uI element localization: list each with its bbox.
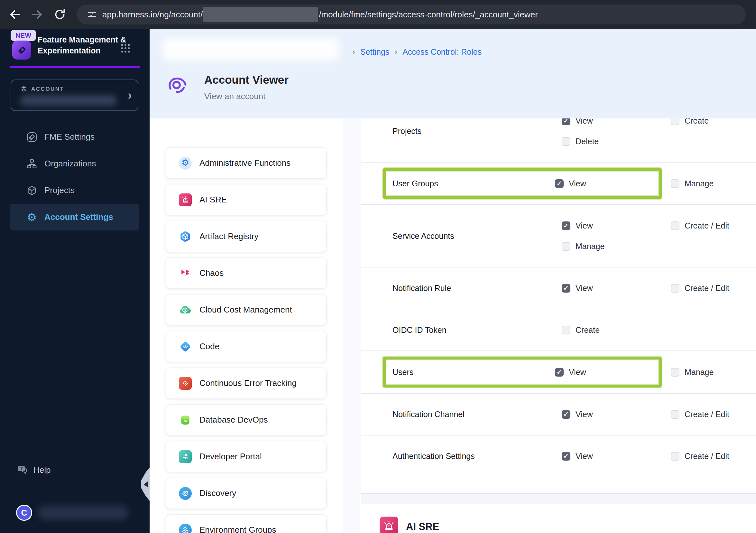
checkbox-unchecked-icon[interactable]: [562, 137, 570, 146]
checkbox-unchecked-icon[interactable]: [671, 410, 679, 419]
fme-logo-icon[interactable]: [12, 41, 31, 60]
checkbox-checked-icon[interactable]: [562, 284, 570, 293]
module-label: Chaos: [200, 268, 224, 278]
permission-row-notification-channel: Notification ChannelViewCreate / Edit: [361, 394, 756, 435]
checkbox-unchecked-icon[interactable]: [671, 452, 679, 461]
permission-row-user-groups: User GroupsViewManage: [361, 162, 756, 205]
permission-option[interactable]: View: [555, 366, 664, 378]
permission-option[interactable]: Create / Edit: [671, 282, 729, 294]
checkbox-checked-icon[interactable]: [562, 410, 570, 419]
checkbox-checked-icon[interactable]: [562, 452, 570, 461]
permission-option[interactable]: Manage: [671, 178, 714, 189]
permission-row-oidc-id-token: OIDC ID TokenCreate: [361, 309, 756, 351]
fme-settings-icon: [26, 131, 38, 143]
checkbox-checked-icon[interactable]: [562, 221, 570, 230]
permission-option-label: Create / Edit: [685, 284, 729, 293]
svg-text:</>: </>: [183, 345, 188, 349]
permission-option[interactable]: Create / Edit: [671, 450, 729, 462]
account-name-redacted: [20, 95, 117, 106]
help-label: Help: [34, 465, 50, 475]
sidebar-collapse-handle[interactable]: [141, 467, 150, 501]
module-card-artifact-registry[interactable]: Artifact Registry: [166, 221, 327, 252]
module-card-code[interactable]: </>Code: [166, 331, 327, 362]
devportal-icon: [179, 450, 192, 463]
permission-option[interactable]: View: [562, 119, 671, 126]
page-header: › Settings › Access Control: Roles Accou…: [149, 29, 756, 119]
page-subtitle: View an account: [204, 91, 265, 101]
permission-columns: ViewCreate / Edit: [562, 408, 729, 420]
checkbox-unchecked-icon[interactable]: [671, 119, 679, 125]
help-button[interactable]: ? Help: [16, 464, 50, 476]
sidebar-item-organizations[interactable]: Organizations: [10, 150, 139, 177]
breadcrumb-account-redacted: [162, 38, 339, 61]
permission-option-label: Manage: [576, 242, 605, 251]
user-menu[interactable]: C: [16, 505, 128, 521]
permission-option[interactable]: View: [555, 178, 664, 189]
breadcrumb-settings-link[interactable]: Settings: [360, 47, 389, 57]
accent-divider: [10, 66, 140, 68]
module-card-developer-portal[interactable]: Developer Portal: [166, 441, 327, 472]
main-area: › Settings › Access Control: Roles Accou…: [149, 29, 756, 533]
permission-option[interactable]: Manage: [562, 240, 671, 252]
permission-option[interactable]: Create / Edit: [671, 220, 729, 232]
module-card-administrative-functions[interactable]: ⚙Administrative Functions: [166, 147, 327, 179]
checkbox-checked-icon[interactable]: [555, 179, 564, 188]
module-card-database-devops[interactable]: ∞Database DevOps: [166, 404, 327, 435]
checkbox-unchecked-icon[interactable]: [671, 284, 679, 293]
module-card-cloud-cost-management[interactable]: $Cloud Cost Management: [166, 294, 327, 325]
ccm-icon: $: [179, 303, 192, 316]
module-card-discovery[interactable]: Discovery: [166, 478, 327, 509]
avatar[interactable]: C: [16, 505, 32, 521]
site-settings-icon[interactable]: [85, 7, 99, 21]
resource-label: Users: [392, 368, 555, 377]
url-text[interactable]: app.harness.io/ng/account//module/fme/se…: [102, 7, 538, 22]
permission-column-2: Create: [671, 119, 709, 126]
checkbox-unchecked-icon[interactable]: [671, 368, 679, 377]
module-card-continuous-error-tracking[interactable]: Continuous Error Tracking: [166, 368, 327, 399]
module-list: ⚙Administrative FunctionsAI SREArtifact …: [166, 147, 327, 533]
permission-option[interactable]: Create: [562, 324, 671, 336]
reload-icon: [53, 8, 67, 21]
svg-text:?: ?: [20, 466, 23, 471]
sidebar-item-projects[interactable]: Projects: [10, 177, 139, 204]
permission-column-1: ViewManage: [562, 220, 671, 252]
module-label: AI SRE: [200, 195, 227, 205]
checkbox-checked-icon[interactable]: [555, 368, 564, 377]
viewer-eye-icon: [166, 73, 188, 97]
sidebar-item-fme-settings[interactable]: FME Settings: [10, 124, 139, 150]
permission-option[interactable]: Create / Edit: [671, 408, 729, 420]
checkbox-unchecked-icon[interactable]: [671, 221, 679, 230]
chevron-right-icon: ›: [128, 89, 132, 101]
module-card-chaos[interactable]: Chaos: [166, 258, 327, 289]
permission-columns: Create: [562, 324, 671, 336]
permission-option-label: View: [569, 368, 586, 377]
organizations-icon: [26, 158, 38, 170]
checkbox-unchecked-icon[interactable]: [671, 179, 679, 188]
browser-reload-button[interactable]: [51, 6, 69, 23]
checkbox-unchecked-icon[interactable]: [562, 326, 570, 334]
sidebar-item-account-settings[interactable]: ⚙ Account Settings: [10, 204, 139, 231]
permission-option[interactable]: View: [562, 220, 671, 232]
permission-column-1: View: [555, 366, 664, 378]
code-icon: </>: [179, 340, 192, 353]
permission-option[interactable]: View: [562, 450, 671, 462]
resource-label: Projects: [392, 126, 562, 136]
checkbox-checked-icon[interactable]: [562, 119, 570, 125]
address-bar[interactable]: app.harness.io/ng/account//module/fme/se…: [77, 5, 746, 24]
permission-column-2: Create / Edit: [671, 408, 729, 420]
permission-option[interactable]: View: [562, 282, 671, 294]
permission-option[interactable]: Manage: [671, 366, 714, 378]
module-card-environment-groups[interactable]: Environment Groups: [166, 514, 327, 533]
green-marker-highlight: User GroupsView: [383, 168, 662, 199]
module-card-ai-sre[interactable]: AI SRE: [166, 184, 327, 215]
permission-option[interactable]: Create: [671, 119, 709, 126]
sidebar-item-label: Account Settings: [44, 212, 113, 222]
app-grid-icon[interactable]: [120, 42, 131, 55]
permission-option[interactable]: View: [562, 408, 671, 420]
permission-option[interactable]: Delete: [562, 135, 671, 147]
account-selector[interactable]: ACCOUNT ›: [11, 79, 138, 111]
browser-forward-button[interactable]: [28, 6, 46, 23]
checkbox-unchecked-icon[interactable]: [562, 242, 570, 251]
browser-back-button[interactable]: [6, 6, 24, 23]
breadcrumb-roles-link[interactable]: Access Control: Roles: [402, 47, 482, 57]
